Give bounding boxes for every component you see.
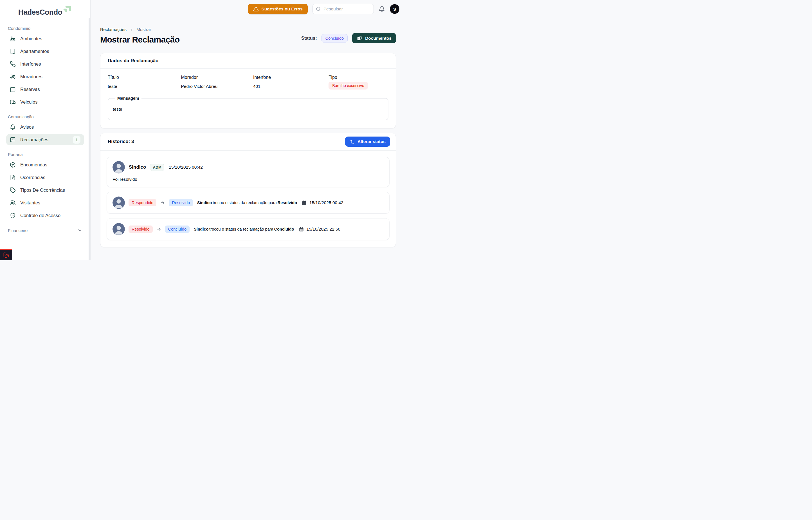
bell-icon: [379, 6, 385, 12]
sidebar-item-reclamacoes[interactable]: Reclamações 1: [6, 134, 84, 145]
sidebar-scrollbar[interactable]: [89, 18, 90, 260]
chevron-down-icon: [77, 228, 82, 233]
comment-author: Sindico: [129, 164, 146, 170]
nav-section-financeiro: Financeiro: [6, 228, 84, 233]
reclamacoes-count-badge: 1: [73, 136, 80, 144]
arrow-right-icon: [157, 227, 162, 232]
sidebar-item-veiculos[interactable]: Veiculos: [6, 96, 84, 108]
status-to-badge: Resolvido: [169, 199, 193, 206]
sidebar-item-interfones[interactable]: Interfones: [6, 58, 84, 70]
complaint-type-badge: Barulho excessivo: [329, 82, 368, 89]
page-head: Reclamações Mostrar Mostrar Reclamação S…: [100, 27, 396, 45]
nav-section-label: Portaria: [6, 152, 84, 157]
sidebar-nav: Condominio Ambientes Apartamentos Interf…: [0, 22, 90, 233]
sidebar-item-avisos[interactable]: Avisos: [6, 121, 84, 133]
breadcrumb-reclamacoes-link[interactable]: Reclamações: [100, 27, 127, 32]
brand-name: HadesCondo: [18, 8, 62, 17]
nav-section-condominio: Condominio Ambientes Apartamentos Interf…: [6, 26, 84, 108]
search-box: [312, 4, 374, 15]
field-titulo: Título teste: [108, 75, 181, 89]
page-title: Mostrar Reclamação: [100, 35, 180, 45]
calendar-icon: [299, 227, 304, 232]
app-root: HadesCondo Condominio Ambientes Apartame…: [0, 0, 406, 260]
search-input[interactable]: [312, 4, 374, 15]
user-avatar-placeholder-icon: [112, 161, 125, 174]
message-label: Mensagem: [115, 96, 141, 101]
truck-icon: [10, 99, 16, 105]
sidebar-item-reservas[interactable]: Reservas: [6, 84, 84, 95]
arrows-up-down-icon: [349, 139, 355, 145]
sidebar-item-ambientes[interactable]: Ambientes: [6, 33, 84, 44]
sidebar: HadesCondo Condominio Ambientes Apartame…: [0, 0, 90, 260]
field-morador: Morador Pedro Victor Abreu: [181, 75, 253, 89]
notifications-button[interactable]: [379, 6, 385, 12]
message-value: teste: [113, 107, 383, 112]
documents-button[interactable]: Documentos: [352, 33, 396, 43]
user-avatar[interactable]: S: [390, 4, 399, 14]
sidebar-item-moradores[interactable]: Moradores: [6, 71, 84, 82]
chat-bubble-icon: [10, 137, 16, 143]
comment-timestamp: 15/10/2025 00:42: [169, 165, 203, 170]
sidebar-item-controle-de-acesso[interactable]: Controle de Acesso: [6, 210, 84, 221]
main-content: Sugestões ou Erros S Reclamações: [90, 0, 406, 260]
arrow-right-icon: [160, 200, 165, 205]
shield-check-icon: [10, 213, 16, 218]
building-icon: [10, 48, 16, 54]
documents-icon: [357, 35, 362, 41]
history-comment-item: Sindico ADM 15/10/2025 00:42 Foi resolvi…: [107, 157, 390, 187]
users-icon: [10, 200, 16, 206]
brand-arrow-icon: [63, 4, 72, 15]
search-icon: [316, 6, 321, 11]
details-card-title: Dados da Reclamação: [108, 58, 158, 63]
warning-triangle-icon: [253, 6, 259, 12]
status-change-text: Sindicotrocou o status da reclamação par…: [197, 201, 297, 205]
breadcrumb-current: Mostrar: [136, 27, 151, 32]
cake-icon: [10, 36, 16, 42]
details-card-header: Dados da Reclamação: [101, 53, 396, 69]
breadcrumb: Reclamações Mostrar: [100, 27, 180, 32]
history-card: Histórico: 3 Alterar status: [100, 133, 396, 247]
history-status-change-item: Resolvido Concluído Sindicotrocou o stat…: [107, 218, 390, 240]
status-label: Status:: [301, 35, 317, 41]
comment-text: Foi resolvido: [112, 177, 384, 182]
change-date: 15/10/2025 00:42: [302, 200, 343, 205]
status-badge: Concluído: [321, 34, 347, 43]
topbar: Sugestões ou Erros S: [100, 0, 399, 18]
history-card-header: Histórico: 3 Alterar status: [101, 133, 396, 151]
field-tipo: Tipo Barulho excessivo: [329, 75, 388, 89]
people-group-icon: [10, 74, 16, 80]
user-avatar-placeholder-icon: [112, 197, 125, 209]
adm-role-badge: ADM: [150, 164, 164, 171]
brand-logo: HadesCondo: [0, 0, 90, 22]
details-card: Dados da Reclamação Título teste Morador…: [100, 53, 396, 128]
details-fields: Título teste Morador Pedro Victor Abreu …: [108, 75, 388, 89]
user-avatar-placeholder-icon: [112, 223, 125, 235]
package-icon: [10, 162, 16, 168]
status-from-badge: Respondido: [129, 199, 157, 206]
bell-icon: [10, 124, 16, 130]
nav-section-comunicacao: Comunicação Avisos Reclamações 1: [6, 114, 84, 145]
sidebar-item-tipos-de-ocorrencias[interactable]: Tipos De Ocorrências: [6, 184, 84, 196]
sidebar-item-ocorrencias[interactable]: Ocorrências: [6, 172, 84, 183]
status-from-badge: Resolvido: [129, 226, 153, 233]
document-icon: [10, 175, 16, 180]
message-fieldset: Mensagem teste: [108, 96, 388, 120]
chevron-right-icon: [130, 28, 134, 32]
nav-section-label: Condominio: [6, 26, 84, 31]
nav-section-label: Comunicação: [6, 114, 84, 119]
tag-icon: [10, 187, 16, 193]
change-status-button[interactable]: Alterar status: [345, 136, 390, 147]
status-change-text: Sindicotrocou o status da reclamação par…: [194, 227, 294, 231]
history-card-title: Histórico: 3: [108, 139, 134, 145]
sidebar-item-apartamentos[interactable]: Apartamentos: [6, 46, 84, 57]
sidebar-item-visitantes[interactable]: Visitantes: [6, 197, 84, 208]
suggestions-errors-button[interactable]: Sugestões ou Erros: [248, 4, 308, 15]
laravel-debugbar-toggle[interactable]: [0, 249, 12, 260]
laravel-icon: [3, 252, 9, 258]
sidebar-item-encomendas[interactable]: Encomendas: [6, 159, 84, 170]
change-date: 15/10/2025 22:50: [299, 227, 341, 232]
calendar-icon: [302, 201, 307, 205]
nav-section-financeiro-toggle[interactable]: Financeiro: [6, 228, 84, 233]
phone-icon: [10, 61, 16, 67]
field-interfone: Interfone 401: [253, 75, 329, 89]
